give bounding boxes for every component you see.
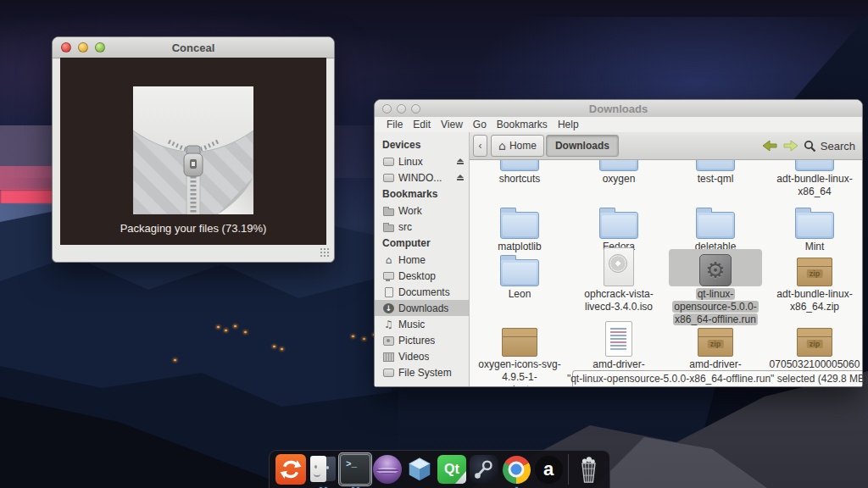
conceal-content: Packaging your files (73.19%): [60, 58, 326, 245]
sidebar-item-windo[interactable]: WINDO...: [375, 169, 469, 186]
folder-icon: [383, 205, 394, 216]
terminal-icon[interactable]: >_: [340, 454, 370, 485]
file-oxygen-icons-svg-4-9-5-1-any-pkg-tar-xz[interactable]: oxygen-icons-svg-4.9.5-1-any.pkg.tar.xz: [473, 319, 566, 386]
sidebar-item-videos[interactable]: Videos: [375, 348, 469, 364]
zip-archive-icon: zip: [797, 258, 832, 286]
sidebar-item-label: Videos: [398, 351, 429, 363]
sidebar-item-label: Home: [398, 254, 426, 266]
folder-icon: [696, 160, 735, 171]
menu-go[interactable]: Go: [468, 119, 492, 130]
folder-icon: [599, 160, 638, 171]
sidebar-header-devices: Devices: [375, 136, 469, 153]
trash-icon[interactable]: [573, 454, 604, 485]
menu-view[interactable]: View: [436, 119, 468, 130]
search-icon[interactable]: [804, 140, 816, 152]
sidebar-item-label: Downloads: [398, 302, 448, 314]
sidebar-item-label: Pictures: [398, 335, 435, 347]
qtcreator-icon[interactable]: Qt: [437, 454, 467, 485]
file-0705032100005060[interactable]: zip0705032100005060: [768, 319, 861, 371]
desktop: Conceal: [0, 0, 868, 488]
eject-icon[interactable]: [457, 175, 464, 180]
menu-bookmarks[interactable]: Bookmarks: [492, 119, 553, 130]
folder-icon: [383, 221, 394, 232]
a-icon[interactable]: a: [533, 454, 564, 485]
file-icon-slot: [669, 202, 762, 239]
file-amd-driver[interactable]: zipamd-driver-: [669, 319, 762, 371]
sidebar-item-src[interactable]: src: [375, 219, 469, 235]
menu-file[interactable]: File: [381, 119, 408, 130]
menu-help[interactable]: Help: [553, 119, 584, 130]
sync-icon[interactable]: [275, 454, 306, 485]
text-file-icon: [605, 321, 632, 357]
drive-icon: [383, 172, 394, 183]
forward-arrow-icon[interactable]: [782, 139, 799, 152]
eclipse-icon[interactable]: [372, 454, 403, 485]
fm-titlebar[interactable]: Downloads: [375, 100, 862, 118]
file-icon-slot: [572, 249, 665, 286]
back-arrow-icon[interactable]: [761, 139, 778, 152]
file-leon[interactable]: Leon: [473, 249, 566, 301]
folder-icon: [500, 160, 539, 171]
file-label: amd-driver-: [572, 358, 665, 371]
file-label: amd-driver-: [669, 358, 762, 371]
resize-grip[interactable]: [320, 247, 331, 258]
folder-icon: [500, 212, 539, 239]
files-icon[interactable]: [308, 454, 338, 485]
file-label: shortcuts: [473, 173, 566, 186]
home-button[interactable]: ⌂ Home: [491, 135, 544, 157]
folder-icon: [500, 259, 539, 286]
file-adt-bundle-linux-x86-64[interactable]: adt-bundle-linux-x86_64: [768, 160, 861, 198]
search-label[interactable]: Search: [821, 140, 855, 152]
virtualbox-icon[interactable]: [404, 454, 435, 485]
videos-icon: [383, 351, 394, 362]
file-ophcrack-vista-livecd-3-4-0-iso[interactable]: ophcrack-vista-livecd-3.4.0.iso: [572, 249, 665, 313]
menu-bar: FileEditViewGoBookmarksHelp: [375, 117, 862, 133]
sidebar-item-desktop[interactable]: Desktop: [375, 268, 469, 284]
folder-icon: [696, 212, 735, 239]
back-button[interactable]: ‹: [473, 135, 487, 157]
window-title: Conceal: [53, 42, 334, 54]
sidebar-item-downloads[interactable]: ↓Downloads: [375, 300, 469, 316]
file-amd-driver[interactable]: amd-driver-: [572, 319, 665, 371]
file-fedora[interactable]: Fedora: [572, 202, 665, 253]
sidebar-item-label: Work: [398, 205, 422, 217]
sidebar-item-documents[interactable]: Documents: [375, 284, 469, 300]
sidebar-item-music[interactable]: ♫Music: [375, 316, 469, 332]
zip-file-icon: [133, 86, 253, 214]
file-label: adt-bundle-linux-x86_64: [768, 173, 861, 198]
sidebar-item-linux[interactable]: Linux: [375, 153, 469, 169]
file-label: 0705032100005060: [768, 358, 861, 371]
file-qt-linux-opensource-5-0-0-x86-64-offline-run[interactable]: ⚙qt-linux-opensource-5.0.0-x86_64-offlin…: [669, 249, 762, 326]
file-shortcuts[interactable]: shortcuts: [473, 160, 566, 186]
menu-edit[interactable]: Edit: [408, 119, 436, 130]
sidebar-item-home[interactable]: ⌂Home: [375, 252, 469, 268]
executable-gear-icon: ⚙: [699, 254, 732, 286]
file-oxygen[interactable]: oxygen: [572, 160, 665, 186]
eject-icon[interactable]: [457, 158, 464, 164]
sidebar-item-work[interactable]: Work: [375, 202, 469, 219]
zip-archive-icon: zip: [698, 328, 733, 357]
folder-icon: [795, 212, 834, 239]
folder-icon: [795, 160, 834, 171]
file-icon-slot: [473, 319, 566, 357]
conceal-titlebar[interactable]: Conceal: [53, 37, 334, 58]
file-deletable[interactable]: deletable: [669, 202, 762, 253]
file-matplotlib[interactable]: matplotlib: [473, 202, 566, 253]
file-test-qml[interactable]: test-qml: [669, 160, 762, 186]
dock-separator: [568, 454, 569, 485]
toolbar: ‹ ⌂ Home Downloads Search: [470, 132, 862, 160]
filesystem-icon: [383, 367, 394, 378]
sidebar-header-computer: Computer: [375, 235, 469, 252]
sidebar-item-label: Desktop: [398, 270, 436, 282]
documents-icon: [383, 286, 394, 297]
file-mint[interactable]: Mint: [768, 202, 861, 253]
file-adt-bundle-linux-x86-64-zip[interactable]: zipadt-bundle-linux-x86_64.zip: [768, 249, 861, 313]
chrome-icon[interactable]: [501, 454, 531, 485]
drive-icon: [383, 156, 394, 167]
sidebar-item-pictures[interactable]: Pictures: [375, 332, 469, 348]
file-label: ophcrack-vista-livecd-3.4.0.iso: [572, 288, 665, 313]
steam-icon[interactable]: [469, 454, 499, 485]
sidebar-item-file-system[interactable]: File System: [375, 364, 469, 380]
breadcrumb[interactable]: Downloads: [546, 135, 619, 157]
zip-archive-icon: zip: [797, 328, 832, 357]
